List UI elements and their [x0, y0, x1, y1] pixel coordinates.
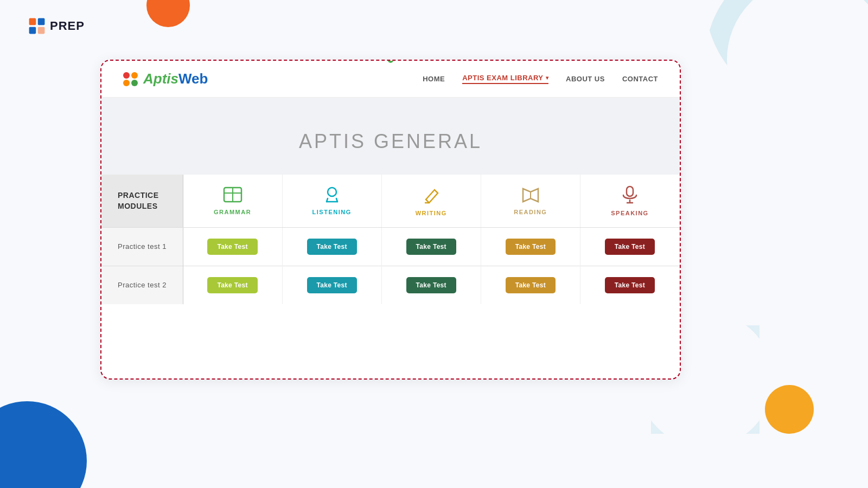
nav-contact[interactable]: CONTACT: [622, 75, 658, 83]
listening-label: LISTENING: [312, 209, 352, 215]
take-test-button[interactable]: Take Test: [406, 277, 456, 293]
reading-module-icon: READING: [490, 187, 571, 215]
listening-header: LISTENING: [282, 175, 381, 228]
practice-test-2-speaking: Take Test: [580, 266, 679, 305]
prep-logo[interactable]: PREP: [27, 16, 85, 36]
take-test-button[interactable]: Take Test: [207, 239, 257, 255]
decorative-orange-circle-top: [146, 0, 190, 27]
practice-modules-table: PRACTICE MODULES G: [101, 175, 680, 304]
take-test-button[interactable]: Take Test: [207, 277, 257, 293]
take-test-button[interactable]: Take Test: [406, 239, 456, 255]
take-test-button[interactable]: Take Test: [605, 277, 655, 293]
speaking-icon: [620, 185, 640, 207]
nav-exam-library[interactable]: APTIS EXAM LIBRARY ▾: [462, 74, 548, 84]
practice-test-1-listening: Take Test: [282, 228, 381, 266]
listening-icon: [322, 187, 342, 206]
page-title: APTIS GENERAL: [101, 130, 680, 153]
writing-icon: [422, 185, 441, 207]
speaking-label: SPEAKING: [611, 210, 648, 216]
logo-dot-red: [123, 72, 130, 79]
writing-module-icon: WRITING: [391, 185, 472, 216]
grammar-icon: [223, 187, 242, 206]
practice-test-1-writing: Take Test: [381, 228, 481, 266]
nav-links: HOME APTIS EXAM LIBRARY ▾ ABOUT US CONTA…: [423, 74, 658, 84]
take-test-button[interactable]: Take Test: [307, 239, 357, 255]
prep-logo-text: PREP: [50, 19, 85, 33]
site-logo[interactable]: AptisWeb: [123, 70, 208, 87]
practice-test-1-reading: Take Test: [481, 228, 580, 266]
decorative-blue-circle-bottom: [0, 401, 87, 488]
decorative-curve-top-right: [705, 0, 868, 108]
grammar-module-icon: GRAMMAR: [192, 187, 273, 215]
practice-test-2-grammar: Take Test: [183, 266, 282, 305]
take-test-button[interactable]: Take Test: [506, 239, 556, 255]
writing-label: WRITING: [416, 210, 447, 216]
practice-test-2-label: Practice test 2: [101, 266, 183, 305]
page-title-section: APTIS GENERAL: [101, 119, 680, 175]
practice-test-1-speaking: Take Test: [580, 228, 679, 266]
grammar-label: GRAMMAR: [214, 209, 251, 215]
practice-test-1-label: Practice test 1: [101, 228, 183, 266]
speaking-module-icon: SPEAKING: [589, 185, 671, 216]
logo-dot-orange2: [123, 80, 130, 86]
table-row: Practice test 1 Take Test Take Test Take…: [101, 228, 680, 266]
site-logo-aptis: Aptis: [143, 70, 178, 87]
decorative-orange-circle-right: [765, 385, 814, 434]
svg-rect-3: [38, 27, 45, 34]
svg-rect-13: [627, 187, 633, 196]
reading-label: READING: [514, 209, 547, 215]
practice-test-2-listening: Take Test: [282, 266, 381, 305]
practice-test-1-grammar: Take Test: [183, 228, 282, 266]
svg-point-7: [328, 188, 336, 196]
nav-home[interactable]: HOME: [423, 75, 445, 83]
logo-dot-green: [131, 80, 138, 86]
reading-header: READING: [481, 175, 580, 228]
chevron-down-icon: ▾: [546, 75, 549, 81]
svg-rect-1: [38, 18, 45, 25]
practice-test-2-writing: Take Test: [381, 266, 481, 305]
browser-frame: AptisWeb HOME APTIS EXAM LIBRARY ▾ ABOUT…: [100, 60, 681, 380]
listening-module-icon: LISTENING: [291, 187, 373, 215]
site-logo-web: Web: [178, 70, 208, 87]
site-logo-name: AptisWeb: [143, 70, 208, 87]
logo-dot-orange: [131, 72, 138, 79]
nav-about-us[interactable]: ABOUT US: [566, 75, 605, 83]
prep-logo-icon: [27, 16, 47, 36]
svg-rect-0: [29, 18, 36, 25]
practice-test-2-reading: Take Test: [481, 266, 580, 305]
grammar-header: GRAMMAR: [183, 175, 282, 228]
take-test-button[interactable]: Take Test: [307, 277, 357, 293]
take-test-button[interactable]: Take Test: [605, 239, 655, 255]
take-test-button[interactable]: Take Test: [506, 277, 556, 293]
svg-rect-2: [29, 27, 36, 34]
table-row: Practice test 2 Take Test Take Test Take…: [101, 266, 680, 305]
practice-modules-header: PRACTICE MODULES: [101, 175, 183, 228]
site-navigation: AptisWeb HOME APTIS EXAM LIBRARY ▾ ABOUT…: [101, 61, 680, 98]
writing-header: WRITING: [381, 175, 481, 228]
reading-icon: [521, 187, 540, 206]
speaking-header: SPEAKING: [580, 175, 679, 228]
page-content: APTIS GENERAL PRACTICE MODULES: [101, 98, 680, 304]
